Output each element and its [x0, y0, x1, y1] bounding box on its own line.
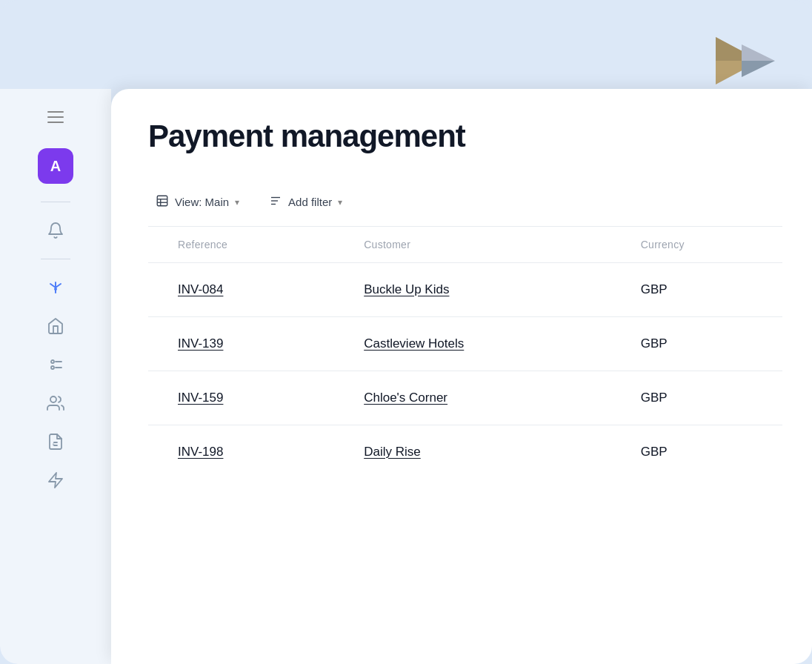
cell-reference: INV-159 [148, 371, 349, 425]
table-row: INV-159Chloe's CornerGBP [148, 371, 782, 425]
chevron-down-icon: ▾ [235, 197, 239, 208]
cell-currency: GBP [626, 263, 782, 317]
cell-reference: INV-084 [148, 263, 349, 317]
svg-line-5 [56, 284, 61, 288]
avatar[interactable]: A [38, 148, 73, 184]
reference-link[interactable]: INV-198 [178, 445, 223, 459]
customer-link[interactable]: Daily Rise [364, 445, 421, 459]
customer-link[interactable]: Castleview Hotels [364, 336, 464, 351]
hamburger-menu[interactable] [42, 104, 69, 130]
cell-customer: Castleview Hotels [349, 317, 626, 371]
table-row: INV-198Daily RiseGBP [148, 425, 782, 479]
svg-line-6 [50, 284, 56, 288]
svg-marker-3 [742, 61, 775, 77]
svg-point-12 [50, 396, 56, 402]
col-reference: Reference [148, 227, 349, 263]
lightning-icon[interactable] [39, 464, 72, 497]
sidebar-divider-2 [41, 259, 70, 259]
customer-link[interactable]: Chloe's Corner [364, 391, 447, 405]
col-customer: Customer [349, 227, 626, 263]
filter-label: Add filter [288, 196, 332, 208]
svg-point-8 [51, 360, 54, 363]
sidebar-divider-1 [41, 202, 70, 202]
cell-currency: GBP [626, 371, 782, 425]
customer-link[interactable]: Buckle Up Kids [364, 282, 449, 296]
invoice-icon[interactable]: £ [39, 425, 72, 458]
payments-table: Reference Customer Currency INV-084Buckl… [148, 227, 782, 479]
notification-icon[interactable] [39, 214, 72, 247]
page-title: Payment management [148, 119, 782, 154]
table-row: INV-084Buckle Up KidsGBP [148, 263, 782, 317]
view-selector[interactable]: View: Main ▾ [148, 190, 247, 214]
cell-currency: GBP [626, 425, 782, 479]
cell-customer: Chloe's Corner [349, 371, 626, 425]
filter-icon[interactable] [39, 271, 72, 304]
cell-reference: INV-198 [148, 425, 349, 479]
filter-lines-icon [269, 194, 282, 210]
svg-marker-16 [49, 473, 62, 488]
cell-customer: Daily Rise [349, 425, 626, 479]
reference-link[interactable]: INV-159 [178, 391, 223, 405]
contacts-icon[interactable] [39, 387, 72, 419]
filter-bar: View: Main ▾ Add filter ▾ [148, 178, 782, 227]
home-icon[interactable] [39, 310, 72, 342]
reference-link[interactable]: INV-084 [178, 282, 223, 296]
content-area: Payment management View: Main ▾ [111, 89, 812, 664]
add-filter-button[interactable]: Add filter ▾ [262, 190, 350, 214]
cell-customer: Buckle Up Kids [349, 263, 626, 317]
main-card: Payment management View: Main ▾ [111, 89, 812, 664]
col-currency: Currency [626, 227, 782, 263]
view-label: View: Main [175, 196, 229, 208]
sidebar: A [0, 89, 111, 664]
table-header-row: Reference Customer Currency [148, 227, 782, 263]
cell-reference: INV-139 [148, 317, 349, 371]
svg-point-7 [54, 288, 57, 290]
logo [693, 30, 782, 96]
cell-currency: GBP [626, 317, 782, 371]
svg-point-10 [51, 366, 54, 369]
chevron-down-icon-2: ▾ [338, 197, 342, 208]
reference-link[interactable]: INV-139 [178, 336, 223, 351]
tasks-icon[interactable] [39, 348, 72, 381]
svg-marker-2 [742, 44, 775, 61]
screen: A [0, 0, 812, 664]
svg-rect-17 [157, 196, 167, 206]
table-row: INV-139Castleview HotelsGBP [148, 317, 782, 371]
table-icon [156, 194, 169, 210]
